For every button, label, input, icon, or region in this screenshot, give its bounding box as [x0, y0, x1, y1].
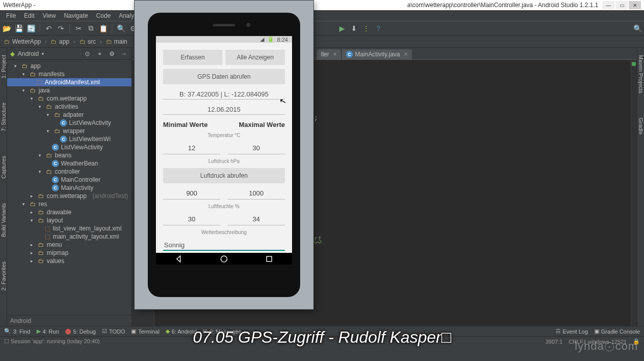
gear-icon[interactable]: ⚙	[107, 49, 116, 58]
expand-arrow-icon[interactable]: ▾	[22, 72, 27, 77]
project-view-selector[interactable]: ◆ Android ▾	[10, 50, 44, 57]
tab-favorites[interactable]: 2: Favorites	[1, 259, 7, 292]
tab-todo[interactable]: ☑TODO	[102, 328, 125, 335]
expand-arrow-icon[interactable]: ▾	[39, 104, 44, 109]
tree-node-manifests[interactable]: ▾🗀manifests	[7, 70, 132, 78]
tab-structure[interactable]: 7: Structure	[1, 101, 7, 134]
paste-icon[interactable]: 📋	[99, 24, 108, 33]
breadcrumb-main[interactable]: 🗀main	[104, 37, 130, 46]
expand-arrow-icon[interactable]: ▾	[39, 153, 44, 158]
cut-icon[interactable]: ✂	[74, 24, 83, 33]
menu-code[interactable]: Code	[92, 11, 115, 20]
luftdruck-button[interactable]: Luftdruck abrufen	[163, 168, 285, 183]
avd-icon[interactable]: ▶	[337, 24, 346, 33]
erfassen-button[interactable]: Erfassen	[163, 50, 222, 65]
save-icon[interactable]: 💾	[14, 24, 23, 33]
tab-terminal[interactable]: ▣Terminal	[131, 328, 159, 335]
alle-anzeigen-button[interactable]: Alle Anzeigen	[226, 50, 285, 65]
tree-node-layout-item[interactable]: ⬚list_view_item_layout.xml	[7, 224, 132, 233]
menu-view[interactable]: View	[39, 11, 60, 20]
tree-node-layout[interactable]: ▾🗀layout	[7, 216, 132, 224]
tab-project[interactable]: 1: Project	[1, 53, 7, 80]
editor-tab-mainactivity[interactable]: CMainActivity.java×	[342, 49, 412, 59]
expand-arrow-icon[interactable]: ▸	[30, 242, 36, 247]
window-close-button[interactable]: ✕	[629, 1, 641, 9]
coords-field[interactable]: B: 37.422005 | L: -122.084095	[163, 88, 285, 100]
close-icon[interactable]: ×	[404, 51, 408, 58]
druck-min-field[interactable]: 900	[163, 187, 220, 200]
toolbar-search-icon[interactable]: 🔍	[633, 24, 642, 33]
back-button[interactable]	[173, 253, 184, 265]
tree-node-values[interactable]: ▸🗀values	[7, 257, 132, 265]
project-tree[interactable]: ▾🗀app ▾🗀manifests ⬚AndroidManifest.xml ▾…	[7, 60, 132, 315]
sdk-icon[interactable]: ⬇	[349, 24, 359, 33]
tree-node-maincontroller[interactable]: CMainController	[7, 176, 132, 184]
feuchte-min-field[interactable]: 30	[163, 213, 220, 225]
expand-arrow-icon[interactable]: ▾	[22, 88, 27, 93]
tree-node-res[interactable]: ▾🗀res	[7, 200, 132, 208]
tree-node-listviewactivity[interactable]: CListViewActivity	[7, 119, 132, 127]
gps-daten-button[interactable]: GPS Daten abrufen	[163, 69, 285, 84]
temp-min-field[interactable]: 12	[163, 142, 220, 154]
expand-arrow-icon[interactable]: ▾	[30, 218, 36, 223]
tab-gradle-console[interactable]: ▣Gradle Console	[594, 328, 640, 335]
expand-arrow-icon[interactable]: ▾	[47, 112, 52, 117]
tree-node-layout-main[interactable]: ⬚main_activity_layout.xml	[7, 233, 132, 241]
hide-icon[interactable]: →	[119, 49, 128, 58]
tree-node-java[interactable]: ▾🗀java	[7, 86, 132, 94]
expand-arrow-icon[interactable]: ▾	[22, 202, 27, 207]
undo-icon[interactable]: ↶	[44, 24, 53, 33]
expand-arrow-icon[interactable]: ▾	[14, 63, 19, 69]
tree-node-wrapper[interactable]: ▾🗀wrapper	[7, 127, 132, 135]
tree-node-activities[interactable]: ▾🗀activities	[7, 103, 132, 111]
druck-max-field[interactable]: 1000	[228, 187, 285, 200]
menu-file[interactable]: File	[2, 11, 20, 20]
expand-arrow-icon[interactable]: ▸	[30, 250, 36, 255]
breadcrumb-root[interactable]: 🗀WetterApp	[2, 37, 43, 46]
expand-arrow-icon[interactable]: ▸	[30, 193, 36, 199]
tree-node-controller[interactable]: ▾🗀controller	[7, 168, 132, 176]
expand-arrow-icon[interactable]: ▾	[39, 169, 44, 174]
tree-node-package-test[interactable]: ▸🗀com.wetterapp (androidTest)	[7, 192, 132, 200]
menu-edit[interactable]: Edit	[20, 11, 39, 20]
tab-find[interactable]: 🔍3: Find	[4, 328, 30, 335]
tree-node-menu[interactable]: ▸🗀menu	[7, 241, 132, 249]
tree-node-mainactivity[interactable]: CMainActivity	[7, 184, 132, 192]
sync-icon[interactable]: 🔄	[26, 24, 36, 33]
tree-node-drawable[interactable]: ▸🗀drawable	[7, 208, 132, 216]
locate-icon[interactable]: ⌖	[95, 49, 104, 58]
tree-node-listviewactivity2[interactable]: CListViewActivity	[7, 143, 132, 151]
tree-node-mipmap[interactable]: ▸🗀mipmap	[7, 249, 132, 257]
date-field[interactable]: 12.06.2015	[163, 104, 285, 115]
tab-run[interactable]: ▶4: Run	[37, 328, 59, 335]
redo-icon[interactable]: ↷	[56, 24, 66, 33]
window-maximize-button[interactable]: ▭	[616, 1, 628, 9]
tree-node-androidmanifest[interactable]: ⬚AndroidManifest.xml	[7, 78, 132, 86]
expand-arrow-icon[interactable]: ▾	[30, 96, 36, 101]
recents-button[interactable]	[264, 253, 275, 265]
tab-captures[interactable]: Captures	[1, 154, 7, 181]
tree-node-weatherbean[interactable]: CWeatherBean	[7, 159, 132, 168]
expand-arrow-icon[interactable]: ▸	[30, 210, 36, 215]
tree-node-adpater[interactable]: ▾🗀adpater	[7, 111, 132, 119]
temp-max-field[interactable]: 30	[228, 142, 285, 154]
tab-gradle[interactable]: Gradle	[638, 116, 644, 137]
copy-icon[interactable]: ⧉	[86, 24, 95, 33]
beschreibung-field[interactable]: Sonnig	[163, 239, 285, 251]
expand-arrow-icon[interactable]: ▾	[47, 128, 52, 134]
help-icon[interactable]: ?	[374, 24, 383, 33]
marker-strip[interactable]	[631, 60, 637, 326]
tree-node-beans[interactable]: ▾🗀beans	[7, 151, 132, 159]
breadcrumb-app[interactable]: 🗀app	[49, 37, 71, 46]
tree-node-app[interactable]: ▾🗀app	[7, 62, 132, 70]
editor-tab-controller[interactable]: ller×	[317, 49, 341, 59]
expand-arrow-icon[interactable]: ▸	[30, 258, 36, 264]
tab-debug[interactable]: ⬤5: Debug	[65, 328, 96, 335]
menu-navigate[interactable]: Navigate	[60, 11, 92, 20]
breadcrumb-src[interactable]: 🗀src	[78, 37, 98, 46]
close-icon[interactable]: ×	[333, 51, 337, 58]
tree-node-package[interactable]: ▾🗀com.wetterapp	[7, 94, 132, 103]
android-icon[interactable]: ⋮	[362, 24, 371, 33]
tab-event-log[interactable]: ☴Event Log	[556, 328, 588, 335]
tab-maven[interactable]: Maven Projects	[638, 53, 644, 95]
